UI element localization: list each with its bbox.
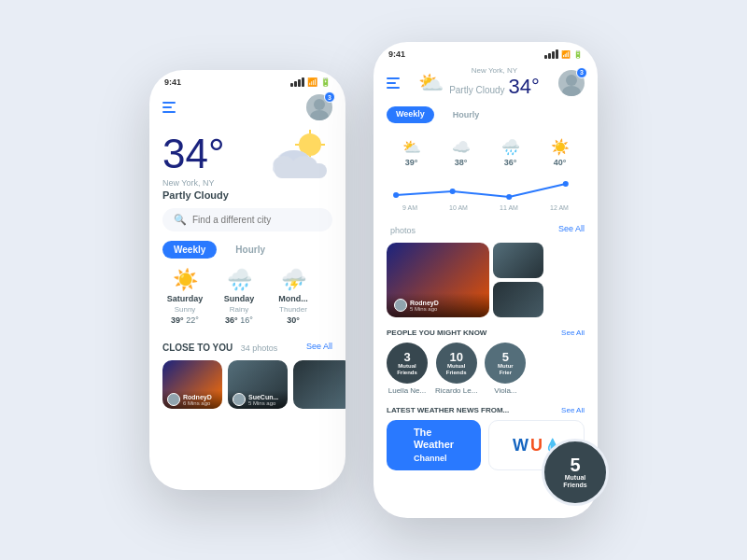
photo-small-0[interactable] [493,243,543,278]
battery-icon: 🔋 [320,77,331,87]
photo-small-1[interactable] [493,282,543,317]
status-icons-right: 📶 🔋 [544,49,583,59]
person-avatar-0: 3 MutualFriends [387,343,428,384]
weather-main-left: 34° New York, NY Partly Cloudy [149,128,345,208]
photos-big-row: RodneyD 5 Mins ago [374,243,598,323]
wifi-icon: 📶 [307,77,317,87]
svg-point-17 [393,192,399,198]
forecast-row: ☀️ Saturday Sunny 39° 22° 🌧️ Sunday Rain… [149,268,345,334]
photo-overlay-0: RodneyD 6 Mins ago [162,390,222,409]
photo-time-0: 6 Mins ago [183,400,212,406]
photo-overlay-1: SueCun... 5 Mins ago [228,390,288,409]
photos-header-right: photos See All [374,217,598,243]
person-0[interactable]: 3 MutualFriends Luella Ne... [387,343,428,395]
forecast-sub-2: Thunder [279,305,307,314]
see-all-photos-right[interactable]: See All [558,224,585,233]
tab-weekly[interactable]: Weekly [162,241,217,259]
tab-hourly[interactable]: Hourly [224,241,276,259]
news-title: LATEST WEATHER NEWS FROM... [387,406,509,414]
hourly-icons-row: ⛅ 39° ☁️ 38° 🌧️ 36° ☀️ 40° [387,138,585,167]
person-2[interactable]: 5 MuturFrier Viola... [485,343,526,395]
avatar-wrap-left[interactable]: 3 [306,94,332,120]
menu-button[interactable] [162,102,176,113]
person-1[interactable]: 10 MutualFriends Ricardo Le... [435,343,477,395]
wifi-icon-right: 📶 [561,50,571,59]
status-icons-left: 📶 🔋 [290,77,331,87]
news-see-all[interactable]: See All [561,406,585,414]
people-section: PEOPLE YOU MIGHT KNOW See All 3 MutualFr… [374,323,598,400]
forecast-saturday: ☀️ Saturday Sunny 39° 22° [162,268,207,325]
svg-point-20 [563,181,569,187]
photo-small-bg-0 [493,243,543,278]
photo-card-1[interactable]: SueCun... 5 Mins ago [228,360,288,409]
tabs-row-right: Weekly Hourly [374,106,598,133]
people-header: PEOPLE YOU MIGHT KNOW See All [387,329,585,337]
tab-weekly-right[interactable]: Weekly [387,106,434,123]
people-row: 3 MutualFriends Luella Ne... 10 MutualFr… [387,343,585,395]
avatar-badge-right: 3 [576,67,587,78]
line-chart [387,175,585,203]
chart-time-0: 9 AM [402,204,417,211]
hourly-temp-0: 39° [405,158,418,167]
app-header-left: 3 [149,91,345,128]
photo-name-0: RodneyD [183,394,212,400]
photo-card-2[interactable] [293,360,345,409]
forecast-sunday: 🌧️ Sunday Rainy 36° 16° [217,268,261,325]
forecast-day-1: Sunday [224,294,255,303]
photo-card-0[interactable]: RodneyD 6 Mins ago [162,360,222,409]
person-name-2: Viola... [494,386,516,395]
photo-big-0[interactable]: RodneyD 5 Mins ago [387,243,489,317]
hourly-temp-1: 38° [455,158,468,167]
search-icon: 🔍 [174,214,187,226]
person-avatar-2: 5 MuturFrier [485,343,526,384]
search-bar[interactable]: 🔍 [162,208,332,231]
avatar-wrap-right[interactable]: 3 [558,70,585,96]
weather-icon-header: ⛅ [418,71,444,95]
menu-button-right[interactable] [387,77,400,89]
person-name-0: Luella Ne... [388,386,426,395]
weather-icon-left [267,128,332,190]
svg-point-19 [506,194,512,200]
big-mutual-circle[interactable]: 5 MutualFriends [542,439,609,506]
see-all-photos-left[interactable]: See All [306,342,332,351]
city-right: New York, NY [449,66,540,75]
time-left: 9:41 [164,77,181,87]
forecast-sub-1: Rainy [230,305,248,314]
temperature-left: 34° [162,133,229,175]
chart-times: 9 AM 10 AM 11 AM 12 AM [374,204,598,211]
news-card-weather-channel[interactable]: TheWeatherChannel [387,420,481,470]
photo-user-1: SueCun... 5 Mins ago [233,393,283,406]
forecast-icon-2: ⛈️ [281,268,306,292]
svg-point-16 [562,86,581,96]
time-right: 9:41 [388,49,405,59]
hourly-temp-3: 40° [554,158,567,167]
forecast-monday: ⛈️ Mond... Thunder 30° [271,268,316,325]
hourly-temp-2: 36° [504,158,517,167]
forecast-icon-1: 🌧️ [227,268,252,292]
photo-avatar-0 [167,393,180,406]
forecast-day-2: Mond... [278,294,308,303]
forecast-temps-2: 30° [287,315,300,325]
signal-icon-right [544,49,558,59]
photo-name-big-0: RodneyD [410,300,439,306]
hourly-item-2: 🌧️ 36° [501,138,520,167]
people-see-all[interactable]: See All [561,329,585,337]
right-header-weather: ⛅ New York, NY Partly Cloudy 34° [418,66,540,99]
svg-point-1 [310,110,329,120]
photo-bg-2 [293,360,345,409]
hourly-icon-1: ☁️ [452,138,471,156]
chart-time-2: 11 AM [500,204,518,211]
hourly-item-0: ⛅ 39° [402,138,421,167]
hourly-section: ⛅ 39° ☁️ 38° 🌧️ 36° ☀️ 40° [374,133,598,171]
photo-user-0: RodneyD 6 Mins ago [167,393,218,406]
close-to-you-label: CLOSE TO YOU 34 photos [162,338,277,355]
tab-hourly-right[interactable]: Hourly [442,106,491,123]
left-phone: 9:41 📶 🔋 3 34° New York, NY [149,70,345,490]
photos-row-left: RodneyD 6 Mins ago SueCun... 5 Mins ago [149,360,345,416]
forecast-day-0: Saturday [167,294,204,303]
photo-big-overlay-0: RodneyD 5 Mins ago [387,293,489,317]
wu-u: U [530,436,543,455]
forecast-temps-1: 36° 16° [225,315,253,325]
search-input[interactable] [192,215,321,225]
photo-name-1: SueCun... [248,394,278,400]
